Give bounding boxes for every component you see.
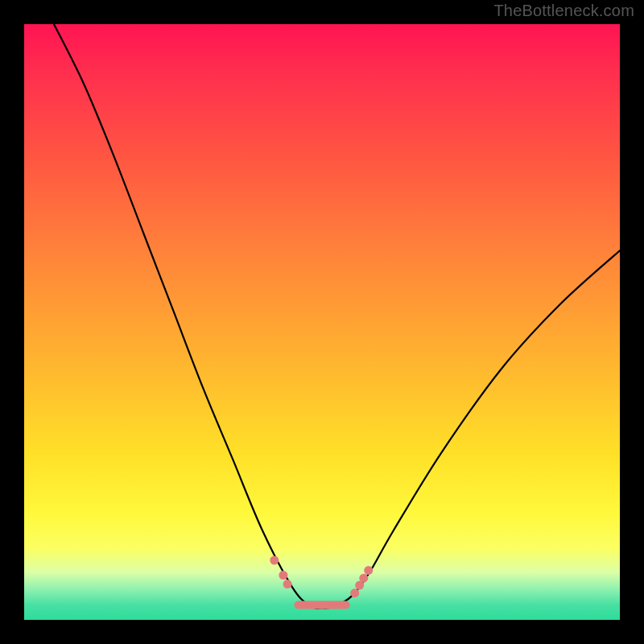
highlight-point [279,571,287,580]
highlight-point [364,566,373,575]
highlight-point [359,574,368,583]
bottleneck-curve [54,24,620,609]
plot-area [24,24,620,620]
chart-root: TheBottleneck.com [0,0,644,644]
chart-overlay-svg [24,24,620,620]
attribution-label: TheBottleneck.com [493,2,634,20]
highlight-point [283,580,292,588]
highlight-point [270,556,279,565]
highlight-points-group [270,556,373,605]
highlight-point [350,588,359,597]
